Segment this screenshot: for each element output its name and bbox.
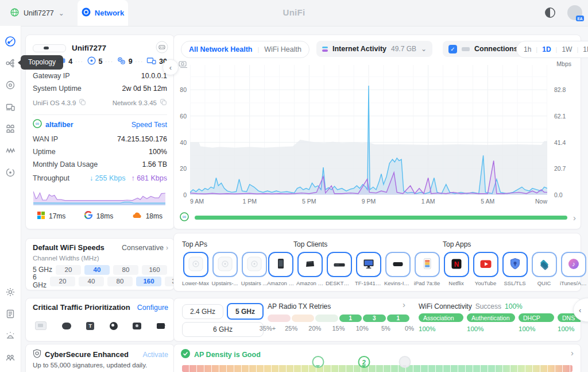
- tx-scale-label: 5%: [381, 325, 390, 332]
- tile-item: TF-19412...: [355, 252, 382, 286]
- internet-activity-chart[interactable]: [190, 65, 547, 195]
- speed-test-link[interactable]: Speed Test: [131, 121, 167, 129]
- channel-width-chip[interactable]: 160: [142, 265, 167, 275]
- band-button-5ghz[interactable]: 5 GHz: [227, 303, 264, 320]
- internet-activity-selector[interactable]: Internet Activity 49.7 GB ⌄: [316, 41, 432, 57]
- meet-app-icon: [133, 323, 141, 329]
- info-row: System Uptime2w 0d 5h 12m: [33, 82, 167, 95]
- access-point-icon: [87, 56, 96, 67]
- wifi-speeds-title: Default WiFi Speeds: [33, 243, 105, 252]
- density-pin[interactable]: 2: [358, 356, 370, 368]
- system-log-icon[interactable]: [0, 303, 21, 325]
- tile-tf-19412-[interactable]: [356, 252, 381, 277]
- tile-label: Amazon K...: [267, 280, 294, 286]
- arrow-up-icon: ↑: [131, 174, 134, 182]
- chevron-right-icon: ›: [166, 244, 168, 252]
- tile-upstairs-[interactable]: [212, 252, 238, 277]
- channel-width-chip[interactable]: 80: [113, 265, 138, 275]
- band-button-24ghz[interactable]: 2.4 GHz: [182, 304, 223, 319]
- tile-ssl-tls[interactable]: [502, 252, 528, 277]
- quic-icon: [537, 256, 552, 273]
- unifi-dashboard: Unifi7277 ⌄ Network UniFi EA: [0, 0, 588, 372]
- channel-width-chip[interactable]: 40: [84, 265, 110, 275]
- avatar[interactable]: EA: [567, 5, 582, 20]
- density-pin[interactable]: [399, 356, 411, 368]
- tx-scale-label: 35%+: [260, 325, 276, 332]
- tile-lower-max[interactable]: [183, 252, 208, 277]
- range-1w[interactable]: 1W: [562, 45, 572, 53]
- tile-youtube[interactable]: [473, 252, 498, 277]
- configure-link[interactable]: Configure: [137, 304, 168, 312]
- wifi-speeds-mode-button[interactable]: Conservative›: [122, 244, 168, 252]
- band-button-6ghz[interactable]: 6 GHz: [182, 322, 264, 337]
- chevron-right-icon[interactable]: ›: [571, 348, 574, 358]
- zones-icon[interactable]: [0, 118, 21, 140]
- copy-icon[interactable]: [79, 98, 86, 107]
- insights-icon[interactable]: [0, 162, 21, 183]
- tile-label: YouTube: [472, 280, 499, 286]
- admins-icon[interactable]: [0, 347, 21, 369]
- channel-width-chip[interactable]: 40: [79, 277, 104, 286]
- tile-label: DESKTOP...: [326, 280, 353, 286]
- y-tick-left: 0: [183, 191, 187, 198]
- microsoft-latency: 17ms: [37, 212, 65, 221]
- tile-kevins-ip-[interactable]: [385, 252, 411, 277]
- density-pin[interactable]: [312, 356, 324, 368]
- dashboard-icon[interactable]: [0, 30, 21, 52]
- count-value: 9: [129, 57, 133, 66]
- altafiber-logo-icon: ∞: [180, 212, 189, 223]
- range-1d[interactable]: 1D: [542, 45, 551, 53]
- chevron-right-icon[interactable]: ›: [573, 213, 576, 223]
- channel-width-chip[interactable]: 20: [56, 265, 81, 275]
- isp-uptime-bar: [195, 216, 567, 220]
- info-label: Monthly Data Usage: [33, 160, 98, 168]
- throughput-sparkline-chart: [33, 188, 165, 205]
- radio-stats-card: 2.4 GHz 5 GHz 6 GHz AP Radio TX Retries …: [173, 298, 581, 342]
- info-value: 1.56 TB: [142, 160, 167, 168]
- ipad-icon: [420, 256, 435, 273]
- channel-width-row: 6 GHz204080160320: [33, 275, 167, 287]
- range-1h[interactable]: 1h: [524, 45, 531, 53]
- console-title: Unifi7277: [72, 44, 106, 52]
- tablet-dark-icon: [273, 256, 288, 273]
- range-1m[interactable]: 1M: [583, 45, 588, 53]
- chevron-right-icon[interactable]: ›: [403, 300, 405, 309]
- app-title: UniFi: [0, 7, 588, 17]
- activate-link[interactable]: Activate: [143, 351, 168, 359]
- notifications-icon[interactable]: [0, 325, 21, 347]
- radio-manager-icon[interactable]: [0, 140, 21, 162]
- top-devices-card: Top APs Lower-MaxUpstairs-...Upstairs ..…: [173, 233, 581, 292]
- connections-checkbox[interactable]: ✓: [448, 45, 457, 53]
- tile-label: Upstairs-...: [211, 280, 238, 286]
- tile-netflix[interactable]: N: [444, 252, 469, 277]
- tile-upstairs-[interactable]: [242, 252, 267, 277]
- channel-width-chip[interactable]: 160: [136, 277, 161, 286]
- tile-ipad-7a-8e[interactable]: [415, 252, 440, 277]
- channel-width-chip[interactable]: 80: [107, 277, 133, 286]
- console-settings-icon[interactable]: [156, 41, 168, 55]
- devices-count: 9: [117, 56, 133, 67]
- copy-icon[interactable]: [160, 98, 167, 107]
- info-value: 2w 0d 5h 12m: [122, 85, 167, 93]
- throughput-label: Throughput: [33, 174, 69, 182]
- dark-mode-toggle[interactable]: [544, 7, 556, 20]
- access-point-tile-icon: [246, 256, 262, 274]
- clients-icon[interactable]: [0, 96, 21, 118]
- info-label: System Uptime: [33, 85, 82, 93]
- tab-wifi-health[interactable]: WiFi Health: [264, 45, 301, 53]
- channel-width-chip[interactable]: 20: [50, 277, 75, 286]
- y-tick-left: 80: [180, 86, 187, 93]
- tile-desktop-[interactable]: [327, 252, 352, 277]
- tile-itunes-ap-[interactable]: ♪: [561, 252, 586, 277]
- tile-quic[interactable]: [532, 252, 557, 277]
- dots-separator: ···: [75, 59, 84, 64]
- tx-retries-segment: 3: [363, 315, 386, 322]
- settings-icon[interactable]: [0, 281, 21, 303]
- unifi-devices-icon[interactable]: [0, 74, 21, 96]
- tx-scale-label: 10%: [356, 325, 369, 332]
- tile-amazon-f-[interactable]: [297, 252, 323, 277]
- tile-amazon-k-[interactable]: [268, 252, 293, 277]
- tab-all-network-health[interactable]: All Network Health: [189, 45, 252, 53]
- channel-widths-subtitle: Channel Widths (MHz): [33, 255, 99, 262]
- collapse-side-panel-button[interactable]: ‹: [163, 59, 179, 75]
